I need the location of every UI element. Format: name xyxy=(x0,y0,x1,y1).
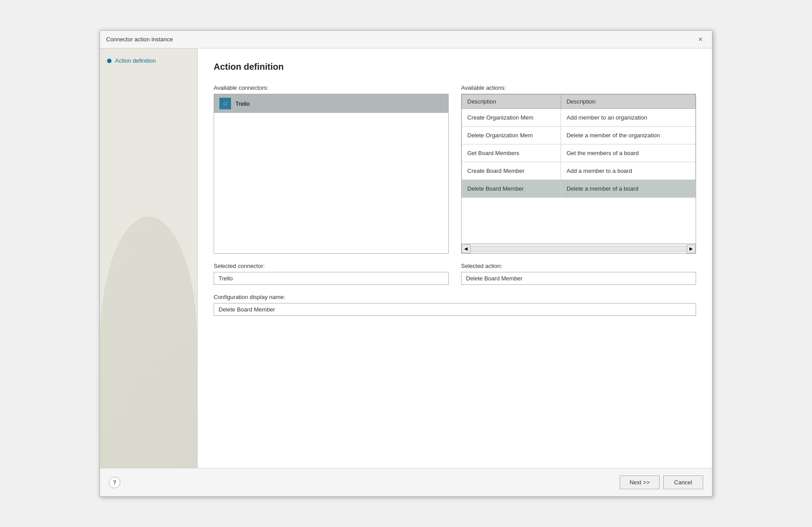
selected-row: Selected connector: Selected action: xyxy=(214,263,696,285)
action-description: Add a member to a board xyxy=(561,162,696,180)
close-button[interactable]: × xyxy=(695,34,706,45)
actions-table-container: Description Description Create Organizat… xyxy=(461,94,696,254)
table-hscroll: ◀ ▶ xyxy=(462,244,696,253)
action-name: Create Board Member xyxy=(462,162,561,180)
action-name: Delete Board Member xyxy=(462,180,561,198)
page-title: Action definition xyxy=(214,62,696,72)
selected-connector-label: Selected connector: xyxy=(214,263,449,269)
config-display-name-input[interactable] xyxy=(214,303,696,316)
connectors-actions-section: Available connectors: □ Trello Available… xyxy=(214,84,696,254)
table-row[interactable]: Delete Organization Mem Delete a member … xyxy=(462,127,696,144)
footer-left: ? xyxy=(109,477,120,488)
connectors-col: Available connectors: □ Trello xyxy=(214,84,449,254)
sidebar-item-action-definition[interactable]: Action definition xyxy=(107,57,190,64)
title-bar: Connector action instance × xyxy=(100,31,712,48)
actions-col: Available actions: Description Descripti… xyxy=(461,84,696,254)
action-description: Get the members of a board xyxy=(561,144,696,162)
config-display-name-label: Configuration display name: xyxy=(214,294,696,300)
connectors-list[interactable]: □ Trello xyxy=(214,94,449,254)
dialog-body: Action definition Action definition Avai… xyxy=(100,48,712,468)
next-button[interactable]: Next >> xyxy=(620,475,660,489)
action-name: Create Organization Mem xyxy=(462,109,561,127)
dialog: Connector action instance × Action defin… xyxy=(100,30,712,497)
sidebar-background xyxy=(100,216,197,468)
table-row[interactable]: Create Board Member Add a member to a bo… xyxy=(462,162,696,180)
col-name-header: Description xyxy=(462,95,561,109)
action-description: Delete a member of a board xyxy=(561,180,696,198)
config-name-section: Configuration display name: xyxy=(214,294,696,316)
col-desc-header: Description xyxy=(561,95,696,109)
selected-action-input[interactable] xyxy=(461,272,696,285)
scroll-track[interactable] xyxy=(471,246,686,252)
scroll-right-btn[interactable]: ▶ xyxy=(687,244,696,253)
footer-right: Next >> Cancel xyxy=(620,475,703,489)
dialog-footer: ? Next >> Cancel xyxy=(100,468,712,496)
table-row[interactable]: Create Organization Mem Add member to an… xyxy=(462,109,696,127)
cancel-button[interactable]: Cancel xyxy=(663,475,703,489)
dialog-title: Connector action instance xyxy=(106,36,173,43)
connector-name: Trello xyxy=(235,100,250,107)
sidebar-item-label: Action definition xyxy=(115,57,156,64)
selected-action-col: Selected action: xyxy=(461,263,696,285)
action-name: Delete Organization Mem xyxy=(462,127,561,144)
sidebar: Action definition xyxy=(100,48,198,468)
action-description: Delete a member of the organization xyxy=(561,127,696,144)
table-scroll-area[interactable]: Description Description Create Organizat… xyxy=(462,94,696,244)
selected-action-label: Selected action: xyxy=(461,263,696,269)
action-name: Get Board Members xyxy=(462,144,561,162)
selected-connector-col: Selected connector: xyxy=(214,263,449,285)
sidebar-dot xyxy=(107,59,111,63)
main-content: Action definition Available connectors: … xyxy=(198,48,712,468)
selected-connector-input[interactable] xyxy=(214,272,449,285)
scroll-left-btn[interactable]: ◀ xyxy=(462,244,470,253)
table-row[interactable]: Delete Board Member Delete a member of a… xyxy=(462,180,696,198)
table-row[interactable]: Get Board Members Get the members of a b… xyxy=(462,144,696,162)
actions-table: Description Description Create Organizat… xyxy=(462,94,696,198)
help-button[interactable]: ? xyxy=(109,477,120,488)
connector-item-trello[interactable]: □ Trello xyxy=(214,94,448,113)
trello-icon: □ xyxy=(219,98,231,109)
available-actions-label: Available actions: xyxy=(461,84,696,91)
action-description: Add member to an organization xyxy=(561,109,696,127)
available-connectors-label: Available connectors: xyxy=(214,84,449,91)
